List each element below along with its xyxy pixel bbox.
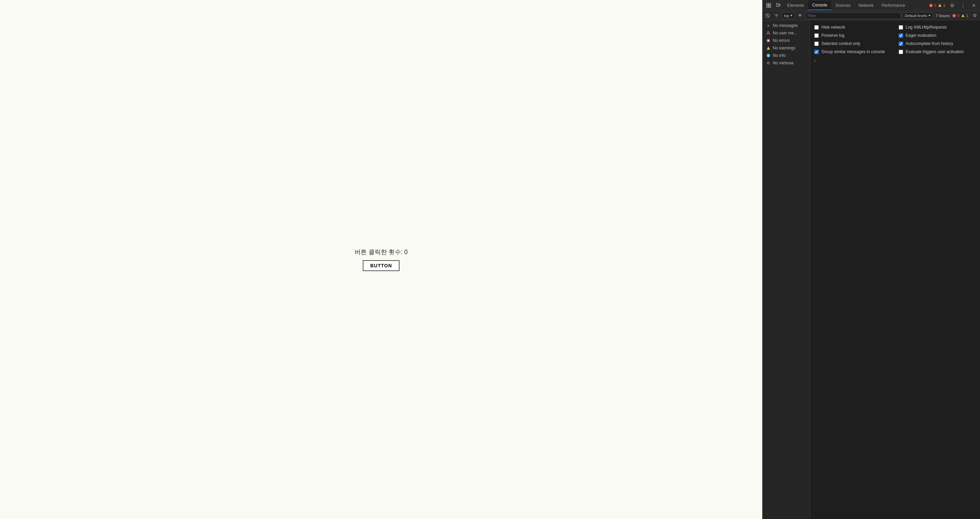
svg-rect-4: [776, 3, 778, 6]
hide-network-label[interactable]: Hide network: [821, 25, 845, 30]
svg-text:!: !: [940, 5, 940, 7]
devtools-tab-bar: Elements Console Sources Network Perform…: [762, 0, 980, 11]
svg-text:!: !: [963, 14, 963, 17]
tab-controls: ⚙ ⋮ ✕: [947, 1, 978, 10]
settings-icon[interactable]: ⚙: [947, 1, 957, 10]
verbose-icon: ⚙: [766, 61, 771, 65]
svg-rect-1: [769, 3, 771, 5]
clear-console-icon[interactable]: [764, 12, 772, 19]
selected-context-checkbox[interactable]: [814, 42, 819, 46]
svg-rect-2: [767, 6, 768, 8]
filter-verbose[interactable]: ⚙ No verbose: [762, 59, 810, 67]
selected-context-label[interactable]: Selected context only: [821, 41, 860, 46]
page-content: 버튼 클릭한 횟수: 0 BUTTON: [355, 248, 408, 271]
autocomplete-checkbox[interactable]: [899, 42, 903, 46]
filter-icon[interactable]: [773, 12, 780, 19]
settings-grid: Hide network Log XMLHttpRequests Preserv…: [814, 23, 976, 56]
svg-text:!: !: [954, 14, 955, 17]
setting-hide-network: Hide network: [814, 23, 892, 31]
warning-icon: !: [766, 46, 771, 50]
filter-errors[interactable]: ✕ No errors: [762, 37, 810, 44]
issues-badge[interactable]: ! 6 ! 1: [927, 3, 947, 8]
messages-icon: ≡: [766, 23, 771, 28]
svg-point-17: [768, 32, 769, 34]
console-settings-icon[interactable]: ⚙: [971, 12, 978, 19]
svg-rect-3: [769, 6, 771, 8]
context-selector[interactable]: top ▾: [782, 12, 795, 19]
preserve-log-label[interactable]: Preserve log: [821, 33, 844, 38]
eager-eval-checkbox[interactable]: [899, 34, 903, 38]
tab-elements[interactable]: Elements: [783, 1, 808, 10]
click-counter-text: 버튼 클릭한 횟수: 0: [355, 248, 408, 256]
click-button[interactable]: BUTTON: [363, 260, 399, 271]
issues-count-badge[interactable]: 7 Issues: ! 6 ! 1: [934, 14, 970, 18]
console-settings-panel: Hide network Log XMLHttpRequests Preserv…: [810, 21, 980, 519]
tab-performance[interactable]: Performance: [878, 1, 909, 10]
close-devtools-icon[interactable]: ✕: [969, 1, 978, 10]
info-icon: i: [766, 53, 771, 58]
preserve-log-checkbox[interactable]: [814, 34, 819, 38]
setting-log-xmlhttp: Log XMLHttpRequests: [899, 23, 976, 31]
svg-text:!: !: [768, 47, 769, 50]
tab-console[interactable]: Console: [808, 1, 831, 10]
group-similar-checkbox[interactable]: [814, 50, 819, 54]
svg-text:✕: ✕: [767, 39, 770, 43]
log-xmlhttp-label[interactable]: Log XMLHttpRequests: [906, 25, 947, 30]
setting-eval-triggers: Evaluate triggers user activation: [899, 48, 976, 56]
setting-autocomplete: Autocomplete from history: [899, 40, 976, 48]
autocomplete-label[interactable]: Autocomplete from history: [906, 41, 953, 46]
filter-info[interactable]: i No info: [762, 52, 810, 59]
svg-line-10: [767, 14, 769, 17]
svg-rect-5: [779, 4, 780, 6]
eval-triggers-checkbox[interactable]: [899, 50, 903, 54]
main-page: 버튼 클릭한 횟수: 0 BUTTON: [0, 0, 762, 519]
eager-eval-label[interactable]: Eager evaluation: [906, 33, 937, 38]
svg-text:i: i: [768, 54, 769, 57]
svg-text:!: !: [930, 4, 931, 7]
eval-triggers-label[interactable]: Evaluate triggers user activation: [906, 50, 964, 54]
log-xmlhttp-checkbox[interactable]: [899, 25, 903, 30]
user-messages-icon: [766, 30, 771, 35]
devtools-panel: Elements Console Sources Network Perform…: [762, 0, 980, 519]
filter-sidebar: ≡ No messages No user me... ✕ No errors: [762, 21, 810, 519]
group-similar-label[interactable]: Group similar messages in console: [821, 50, 885, 54]
svg-rect-0: [767, 3, 768, 5]
setting-eager-eval: Eager evaluation: [899, 31, 976, 40]
log-levels-selector[interactable]: Default levels ▾: [902, 12, 933, 19]
error-icon: ✕: [766, 38, 771, 43]
setting-preserve-log: Preserve log: [814, 31, 892, 40]
console-toolbar: top ▾ 👁 Default levels ▾ 7 Issues: ! 6 !…: [762, 11, 980, 21]
filter-user-messages[interactable]: No user me...: [762, 29, 810, 37]
console-content: ≡ No messages No user me... ✕ No errors: [762, 21, 980, 519]
tab-sources[interactable]: Sources: [831, 1, 854, 10]
console-filter-input[interactable]: [805, 12, 901, 19]
inspect-icon[interactable]: [764, 1, 773, 10]
filter-messages[interactable]: ≡ No messages: [762, 22, 810, 29]
setting-group-similar: Group similar messages in console: [814, 48, 892, 56]
device-icon[interactable]: [773, 1, 783, 10]
eye-icon[interactable]: 👁: [796, 12, 804, 19]
more-tools-icon[interactable]: ⋮: [958, 1, 968, 10]
console-prompt-arrow[interactable]: ›: [814, 56, 976, 63]
setting-selected-context: Selected context only: [814, 40, 892, 48]
tab-network[interactable]: Network: [854, 1, 878, 10]
hide-network-checkbox[interactable]: [814, 25, 819, 30]
filter-warnings[interactable]: ! No warnings: [762, 44, 810, 52]
